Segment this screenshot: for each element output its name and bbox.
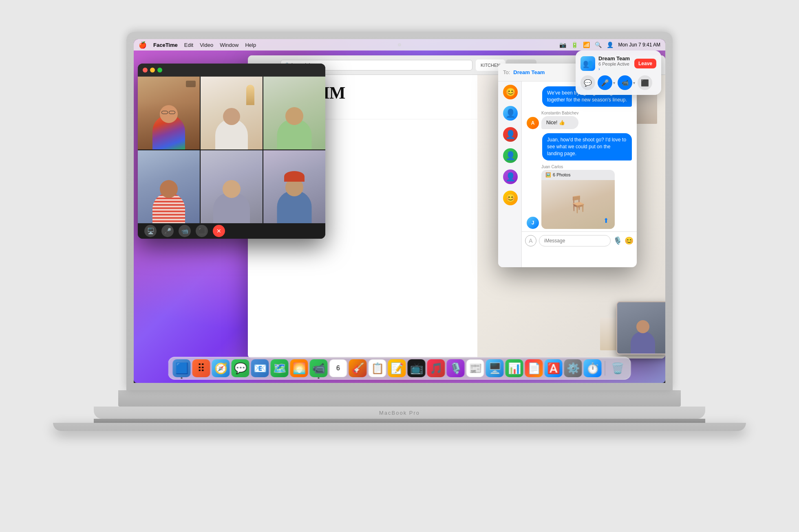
facetime-icon: 📹 bbox=[312, 362, 325, 375]
dock-app-reminders[interactable]: 📋 bbox=[369, 359, 386, 377]
news-icon: 📰 bbox=[469, 362, 482, 375]
menu-bar: 🍎 FaceTime Edit Video Window Help 📷 🔋 📶 … bbox=[134, 39, 665, 51]
participant-1 bbox=[138, 77, 200, 149]
mic-chevron[interactable]: ▾ bbox=[613, 81, 615, 85]
shareplay-widget[interactable]: 👥 Dream Team 6 People Active › Leave bbox=[576, 51, 661, 95]
participant-4 bbox=[138, 150, 200, 223]
dock-app-garageband[interactable]: 🎸 bbox=[349, 359, 367, 377]
emoji-icon[interactable]: 😊 bbox=[625, 236, 633, 245]
messages-input-bar: A 🎙️ 😊 bbox=[522, 231, 637, 249]
photo-card[interactable]: 🖼️ 6 Photos 🪑 ⬆ bbox=[541, 170, 615, 229]
msg-sender-konstantin: Konstantin Babichev bbox=[541, 111, 578, 115]
pages-icon: 📄 bbox=[528, 362, 541, 375]
dock-app-podcasts[interactable]: 🎙️ bbox=[447, 359, 465, 377]
facetime-screen-btn[interactable]: 🖥️ bbox=[144, 225, 157, 237]
dock-app-appstore[interactable]: 🅰️ bbox=[545, 359, 563, 377]
camera-icon[interactable]: 📷 bbox=[559, 42, 566, 48]
photo-msg-wrapper: Juan Carlos 🖼️ 6 Photos bbox=[541, 165, 615, 229]
received-msg-photo: J Juan Carlos 🖼️ bbox=[527, 165, 632, 229]
menu-video[interactable]: Video bbox=[200, 42, 213, 48]
dock-app-trash[interactable]: 🗑️ bbox=[609, 359, 627, 377]
macbook-lid: 🍎 FaceTime Edit Video Window Help 📷 🔋 📶 … bbox=[126, 32, 673, 390]
wifi-icon[interactable]: 📶 bbox=[583, 42, 590, 48]
dock-divider bbox=[605, 361, 605, 376]
facetime-end-btn[interactable]: ✕ bbox=[213, 225, 225, 237]
facetime-title-bar bbox=[138, 64, 325, 77]
dock-app-keynote[interactable]: 🖥️ bbox=[486, 359, 504, 377]
minimize-button[interactable] bbox=[150, 68, 155, 73]
dock-app-maps[interactable]: 🗺️ bbox=[271, 359, 289, 377]
macbook-stand bbox=[53, 423, 746, 431]
dock-app-pages[interactable]: 📄 bbox=[525, 359, 543, 377]
photo-preview: 🪑 ⬆ bbox=[541, 180, 615, 229]
facetime-share-btn[interactable]: ⬛ bbox=[196, 225, 208, 237]
mic-control-btn[interactable]: 🎤 bbox=[598, 75, 612, 90]
dock-app-safari[interactable]: 🧭 bbox=[212, 359, 230, 377]
dock-app-appletv[interactable]: 📺 bbox=[408, 359, 426, 377]
dock-app-launchpad[interactable]: ⠿ bbox=[192, 359, 210, 377]
received-bubble-wrapper-1: Konstantin Babichev Nice! 👍 bbox=[541, 111, 578, 130]
menu-app-name[interactable]: FaceTime bbox=[153, 42, 178, 48]
numbers-icon: 📊 bbox=[508, 362, 521, 375]
dock-app-notes[interactable]: 📝 bbox=[388, 359, 406, 377]
menu-window[interactable]: Window bbox=[220, 42, 238, 48]
msg-avatar-4: 👤 bbox=[503, 169, 518, 184]
leave-button[interactable]: Leave bbox=[634, 59, 656, 68]
dock-app-screentime[interactable]: ⏱️ bbox=[584, 359, 602, 377]
dock-app-finder[interactable]: 🟦 bbox=[173, 359, 191, 377]
msg-list-item-5[interactable]: 😊 We should hang out soon! Let me know. … bbox=[498, 187, 521, 209]
msg-list-item-4[interactable]: 👤 Saturday bbox=[498, 166, 521, 187]
menu-edit[interactable]: Edit bbox=[184, 42, 193, 48]
share-button[interactable]: ⬆ bbox=[601, 216, 611, 226]
photo-count-label: 6 Photos bbox=[553, 172, 570, 177]
search-icon[interactable]: 🔍 bbox=[595, 42, 602, 48]
menu-bar-left: 🍎 FaceTime Edit Video Window Help bbox=[139, 41, 256, 49]
dock-app-calendar[interactable]: 6 bbox=[329, 359, 347, 377]
facetime-camera-btn[interactable]: 📹 bbox=[179, 225, 191, 237]
shareplay-group-icon: 👥 bbox=[580, 56, 595, 71]
close-button[interactable] bbox=[143, 68, 148, 73]
shareplay-title: Dream Team bbox=[598, 55, 631, 62]
appstore-icon: 🅰️ bbox=[547, 362, 560, 375]
facetime-window[interactable]: 🖥️ 🎤 📹 ⬛ ✕ bbox=[138, 64, 325, 239]
sent-msg-2: Juan, how'd the shoot go? I'd love to se… bbox=[527, 133, 632, 160]
calendar-icon: 6 bbox=[336, 365, 340, 372]
messages-main-chat: We've been trying to get designs togethe… bbox=[522, 81, 637, 267]
chat-control-btn[interactable]: 💬 bbox=[580, 75, 595, 90]
user-icon[interactable]: 👤 bbox=[607, 42, 614, 48]
menu-help[interactable]: Help bbox=[245, 42, 256, 48]
mail-icon: 📧 bbox=[254, 362, 267, 375]
screen-bezel: 🍎 FaceTime Edit Video Window Help 📷 🔋 📶 … bbox=[134, 39, 665, 383]
dock-app-mail[interactable]: 📧 bbox=[251, 359, 269, 377]
keynote-icon: 🖥️ bbox=[488, 362, 501, 375]
messages-layout: 😊 Adam ar's wallet, It's 9:41 AM 👤 bbox=[498, 81, 637, 267]
dock-app-facetime[interactable]: 📹 bbox=[310, 359, 328, 377]
dock-app-news[interactable]: 📰 bbox=[466, 359, 484, 377]
dock-app-photos[interactable]: 🌅 bbox=[290, 359, 308, 377]
facetime-controls: 🖥️ 🎤 📹 ⬛ ✕ bbox=[138, 223, 325, 239]
dock-app-systemprefs[interactable]: ⚙️ bbox=[564, 359, 582, 377]
msg-list-item-1[interactable]: 👤 nk I lost my 7:34 AM bbox=[498, 103, 521, 124]
photo-card-header: 🖼️ 6 Photos bbox=[541, 170, 615, 180]
dock-app-music[interactable]: 🎵 bbox=[427, 359, 445, 377]
fullscreen-button[interactable] bbox=[157, 68, 162, 73]
msg-list-item-0[interactable]: 😊 Adam ar's wallet, It's 9:41 AM bbox=[498, 81, 521, 103]
video-control-btn[interactable]: 📹 bbox=[618, 75, 632, 90]
msg-list-item-3[interactable]: 👤 d love to hear Yesterday bbox=[498, 145, 521, 166]
video-chevron[interactable]: ▾ bbox=[633, 81, 635, 85]
dictation-icon[interactable]: 🎙️ bbox=[613, 236, 622, 245]
messages-add-btn[interactable]: A bbox=[525, 235, 536, 246]
msg-list-item-2[interactable]: 👤 Yesterday bbox=[498, 124, 521, 145]
shareplay-details-link[interactable]: › bbox=[598, 66, 600, 71]
macbook-label: MacBook Pro bbox=[379, 410, 420, 416]
screentime-icon: ⏱️ bbox=[586, 362, 599, 375]
facetime-mic-btn[interactable]: 🎤 bbox=[161, 225, 174, 237]
dock-app-numbers[interactable]: 📊 bbox=[505, 359, 523, 377]
screen-control-btn[interactable]: ⬛ bbox=[638, 75, 652, 90]
dock-app-messages[interactable]: 💬 bbox=[232, 359, 249, 377]
battery-icon[interactable]: 🔋 bbox=[571, 42, 578, 48]
messages-input[interactable] bbox=[539, 235, 611, 246]
msg-avatar-5: 😊 bbox=[503, 191, 518, 205]
apple-menu-icon[interactable]: 🍎 bbox=[139, 41, 147, 49]
macbook-keyboard-area bbox=[118, 390, 681, 407]
